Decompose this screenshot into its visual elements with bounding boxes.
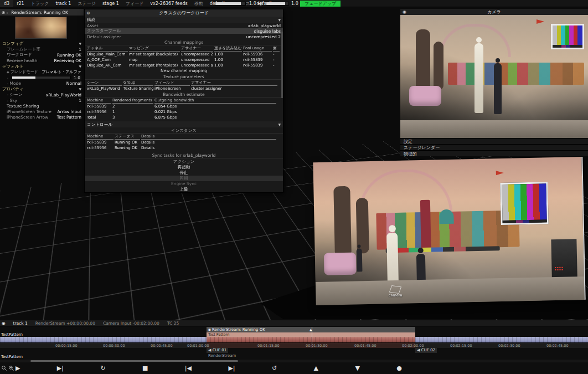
cell-assigner[interactable]: uncompressed 2 (181, 52, 213, 57)
horizontal-scrollbar[interactable] (0, 360, 588, 362)
renderstream-clip[interactable] (207, 337, 415, 342)
asset-row[interactable]: Asset xrlab_playworld (85, 23, 283, 28)
menu-physical[interactable]: 物理的 (400, 150, 588, 156)
default-assigner-row[interactable]: Default assigner uncompressed 2 (85, 34, 283, 39)
iphonescreen-arrow-value[interactable]: Test Pattern (57, 115, 81, 120)
new-channel-mapping-button[interactable]: New channel mapping (85, 68, 283, 74)
cue-02-marker[interactable]: ◀ CUE 02 (415, 348, 437, 353)
stage-3d-viewport[interactable]: camera (260, 157, 588, 319)
layer-editor-titlebar[interactable]: ⊗ ▸ RenderStream: Running OK (0, 9, 84, 16)
cell-delete[interactable]: - (273, 57, 280, 63)
cell-mapping[interactable]: mr set target (frontplate) (129, 63, 180, 68)
scrollbar-thumb[interactable] (30, 360, 238, 362)
menu-move-label[interactable]: 移動 (191, 1, 207, 7)
cell-weight[interactable]: 1.00 (214, 52, 242, 57)
camera-panel-titlebar[interactable]: ◉ カメラ (400, 9, 588, 15)
cluster-pool-value[interactable]: disguise labs (254, 29, 281, 34)
camera-gizmo[interactable]: camera (389, 286, 403, 298)
keyframe-icon[interactable]: ◦ (7, 93, 9, 96)
cell-weight[interactable]: 1.00 (214, 57, 242, 63)
testpattern-clip[interactable] (415, 337, 588, 342)
menu-feed-value[interactable]: vx2-26367 feeds (147, 1, 190, 6)
advanced-button[interactable]: 上級 (85, 187, 283, 192)
cell-delete[interactable]: - (273, 52, 280, 57)
section-structure[interactable]: 構成 ▼ (85, 17, 283, 23)
led-screen[interactable] (313, 157, 585, 305)
details-link[interactable]: Details (141, 145, 276, 151)
mode-value[interactable]: Normal (66, 81, 81, 86)
menu-stage-value[interactable]: stage 1 (99, 1, 122, 6)
down-arrow-button[interactable]: ▼ (355, 364, 359, 373)
window-scrollbar[interactable] (281, 32, 283, 98)
testpattern-clip[interactable] (0, 337, 207, 342)
return-to-start-button[interactable]: ↺ (272, 364, 277, 373)
next-section-button[interactable]: ▶| (228, 364, 235, 373)
section-config[interactable]: コンフィグ ▼ (0, 40, 84, 47)
cell-weight[interactable]: 1.00 (214, 63, 242, 68)
keyframe-icon[interactable]: ◆ (7, 70, 9, 74)
scene-row[interactable]: ◦シーン xRLab_PlayWorld (0, 92, 84, 98)
keyframe-icon[interactable]: ◦ (7, 76, 9, 80)
cell-assigner[interactable]: cluster assigner (191, 86, 277, 91)
layer-thumbnail[interactable] (15, 17, 67, 39)
volume-slider[interactable] (266, 2, 289, 6)
play-button[interactable]: ▶ (16, 364, 20, 373)
sky-row[interactable]: ◦Sky 1 (0, 98, 84, 103)
workload-row[interactable]: ワークロード Running OK (0, 52, 84, 58)
timeline-track-lane[interactable] (0, 337, 588, 342)
cell-field[interactable]: iPhoneScreen (154, 86, 190, 91)
cell-mapping[interactable]: mr set target (backplate) (129, 52, 180, 57)
blendmode-value[interactable]: プレマルト・アルファ (42, 69, 81, 75)
test-pattern-layer[interactable]: Test Pattern (207, 332, 415, 337)
opacity-row[interactable]: ◦ 1.0 (0, 75, 84, 80)
zoom-in-icon[interactable] (9, 366, 14, 371)
sky-value[interactable]: 1 (79, 98, 81, 103)
workload-status[interactable]: Running OK (57, 53, 81, 58)
master-level-slider[interactable] (215, 2, 246, 6)
receive-health-row[interactable]: Receive health Receiving OK (0, 58, 84, 63)
framerate-row[interactable]: フレームレート率 1 (0, 47, 84, 52)
window-titlebar[interactable]: ⊗ クラスタのワークロード (85, 9, 283, 17)
cell-channel[interactable]: Disguize_AR_Cam (87, 63, 128, 68)
record-button[interactable]: ● (396, 364, 402, 373)
close-icon[interactable]: ⊗ (86, 9, 90, 17)
keyframe-icon[interactable]: ◦ (7, 99, 9, 103)
section-properties[interactable]: プロパティ ▼ (0, 86, 84, 92)
details-link[interactable]: Details (141, 140, 276, 145)
cell-scene[interactable]: xRLab_PlayWorld (87, 86, 122, 91)
track-icon[interactable]: ◉ (2, 321, 6, 326)
keyframe-icon[interactable]: ◦ (7, 81, 9, 85)
track1-name[interactable]: TestPattern (1, 332, 23, 337)
zoom-out-icon[interactable] (2, 366, 7, 371)
menu-stage-render[interactable]: ステージレンダー (400, 144, 588, 150)
stop-button[interactable]: 停止 (85, 170, 283, 176)
cell-channel[interactable]: Disguise_Main_Cam (87, 52, 128, 57)
blendmode-row[interactable]: ◆ブレンドモード プレマルト・アルファ (0, 69, 84, 75)
up-arrow-button[interactable]: ▲ (314, 364, 318, 373)
cell-assigner[interactable]: uncompressed alpha (181, 63, 213, 68)
menu-settings[interactable]: 設定 (400, 138, 588, 144)
playhead-marker-icon[interactable]: ▲ (310, 327, 312, 331)
texture-sharing-header-row[interactable]: Texture Sharing (0, 103, 84, 109)
d3-logo[interactable]: d3 (0, 0, 13, 7)
track2-name[interactable]: TestPattern (1, 355, 23, 359)
iphonescreen-arrow-row[interactable]: iPhoneScreen Arrow Test Pattern (0, 114, 84, 120)
menu-project[interactable]: r21 (13, 1, 27, 6)
framerate-value[interactable]: 1 (79, 47, 81, 52)
track-name[interactable]: track 1 (13, 321, 28, 326)
camera-3d-view[interactable] (400, 15, 588, 138)
menu-stage-label[interactable]: ステージ (74, 1, 99, 7)
mode-row[interactable]: ◦Mode Normal (0, 80, 84, 86)
timecode-ruler[interactable]: 00:00:15.00 00:00:30.00 00:00:45.00 00:0… (0, 342, 588, 348)
cell-pool-usage[interactable]: rxii-55936 (243, 52, 272, 57)
default-assigner-value[interactable]: uncompressed 2 (246, 34, 281, 39)
stop-button[interactable]: ■ (142, 364, 148, 373)
menu-track-label[interactable]: トラック (28, 1, 53, 7)
previous-section-button[interactable]: |◀ (185, 364, 192, 373)
fade-up-button[interactable]: フェードアップ (300, 1, 341, 7)
renderstream-track-label[interactable]: RenderStream (208, 353, 236, 358)
cell-group[interactable]: Texture Sharing (123, 86, 153, 91)
iphonescreen-texture-row[interactable]: iPhoneScreen Texture Arrow Input (0, 109, 84, 114)
close-icon[interactable]: ⊗ (2, 10, 5, 15)
menu-feed-label[interactable]: フィード (122, 1, 147, 7)
